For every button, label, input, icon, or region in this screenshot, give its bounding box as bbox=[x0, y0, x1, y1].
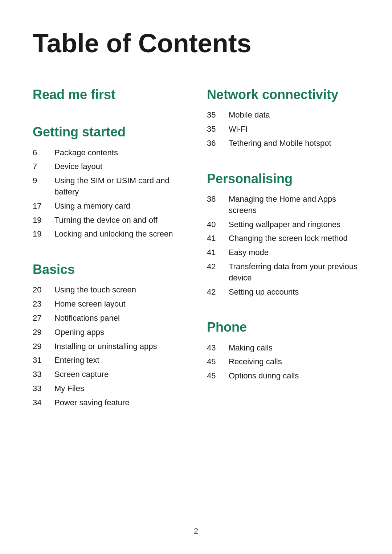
toc-item-text: Transferring data from your previous dev… bbox=[229, 261, 359, 284]
toc-page-number: 29 bbox=[33, 341, 54, 352]
toc-item-text: Notifications panel bbox=[54, 313, 185, 324]
toc-item-text: Options during calls bbox=[229, 370, 359, 382]
toc-item-text: Mobile data bbox=[229, 110, 359, 121]
section-personalising: Personalising 38 Managing the Home and A… bbox=[207, 171, 359, 298]
toc-item-text: Using the touch screen bbox=[54, 284, 185, 296]
list-item: 29 Installing or uninstalling apps bbox=[33, 341, 185, 352]
toc-page-number: 34 bbox=[33, 397, 54, 409]
list-item: 42 Setting up accounts bbox=[207, 287, 359, 298]
section-title-basics: Basics bbox=[33, 262, 185, 277]
section-phone: Phone 43 Making calls 45 Receiving calls… bbox=[207, 319, 359, 382]
toc-page-number: 31 bbox=[33, 355, 54, 366]
two-column-layout: Read me first Getting started 6 Package … bbox=[33, 87, 359, 430]
list-item: 36 Tethering and Mobile hotspot bbox=[207, 138, 359, 149]
section-title-phone: Phone bbox=[207, 319, 359, 335]
list-item: 45 Options during calls bbox=[207, 370, 359, 382]
toc-page-number: 29 bbox=[33, 327, 54, 338]
section-network-connectivity: Network connectivity 35 Mobile data 35 W… bbox=[207, 87, 359, 149]
toc-item-text: Managing the Home and Apps screens bbox=[229, 194, 359, 216]
list-item: 31 Entering text bbox=[33, 355, 185, 366]
phone-list: 43 Making calls 45 Receiving calls 45 Op… bbox=[207, 342, 359, 382]
list-item: 17 Using a memory card bbox=[33, 201, 185, 212]
toc-page-number: 45 bbox=[207, 356, 229, 368]
toc-page-number: 20 bbox=[33, 284, 54, 296]
toc-item-text: Device layout bbox=[54, 161, 185, 172]
section-title-read-me-first: Read me first bbox=[33, 87, 185, 102]
page-title: Table of Contents bbox=[33, 29, 359, 58]
toc-page-number: 41 bbox=[207, 233, 229, 244]
section-title-network-connectivity: Network connectivity bbox=[207, 87, 359, 102]
toc-item-text: Changing the screen lock method bbox=[229, 233, 359, 244]
list-item: 23 Home screen layout bbox=[33, 299, 185, 310]
page: Table of Contents Read me first Getting … bbox=[0, 0, 392, 554]
list-item: 20 Using the touch screen bbox=[33, 284, 185, 296]
list-item: 19 Locking and unlocking the screen bbox=[33, 229, 185, 240]
network-list: 35 Mobile data 35 Wi-Fi 36 Tethering and… bbox=[207, 110, 359, 149]
list-item: 6 Package contents bbox=[33, 147, 185, 159]
toc-page-number: 42 bbox=[207, 287, 229, 298]
toc-page-number: 42 bbox=[207, 261, 229, 272]
toc-item-text: Wi-Fi bbox=[229, 124, 359, 135]
list-item: 42 Transferring data from your previous … bbox=[207, 261, 359, 284]
toc-item-text: Using a memory card bbox=[54, 201, 185, 212]
list-item: 29 Opening apps bbox=[33, 327, 185, 338]
toc-page-number: 38 bbox=[207, 194, 229, 205]
getting-started-list: 6 Package contents 7 Device layout 9 Usi… bbox=[33, 147, 185, 240]
list-item: 33 My Files bbox=[33, 383, 185, 394]
list-item: 34 Power saving feature bbox=[33, 397, 185, 409]
toc-item-text: My Files bbox=[54, 383, 185, 394]
personalising-list: 38 Managing the Home and Apps screens 40… bbox=[207, 194, 359, 297]
toc-page-number: 19 bbox=[33, 229, 54, 240]
toc-page-number: 23 bbox=[33, 299, 54, 310]
list-item: 38 Managing the Home and Apps screens bbox=[207, 194, 359, 216]
toc-page-number: 36 bbox=[207, 138, 229, 149]
toc-item-text: Locking and unlocking the screen bbox=[54, 229, 185, 240]
toc-page-number: 17 bbox=[33, 201, 54, 212]
list-item: 40 Setting wallpaper and ringtones bbox=[207, 219, 359, 230]
list-item: 33 Screen capture bbox=[33, 369, 185, 380]
list-item: 27 Notifications panel bbox=[33, 313, 185, 324]
list-item: 7 Device layout bbox=[33, 161, 185, 172]
toc-page-number: 33 bbox=[33, 383, 54, 394]
toc-item-text: Screen capture bbox=[54, 369, 185, 380]
list-item: 45 Receiving calls bbox=[207, 356, 359, 368]
toc-item-text: Setting wallpaper and ringtones bbox=[229, 219, 359, 230]
toc-item-text: Turning the device on and off bbox=[54, 215, 185, 226]
toc-item-text: Package contents bbox=[54, 147, 185, 159]
toc-page-number: 33 bbox=[33, 369, 54, 380]
section-getting-started: Getting started 6 Package contents 7 Dev… bbox=[33, 124, 185, 240]
toc-item-text: Receiving calls bbox=[229, 356, 359, 368]
toc-page-number: 43 bbox=[207, 342, 229, 354]
list-item: 43 Making calls bbox=[207, 342, 359, 354]
list-item: 19 Turning the device on and off bbox=[33, 215, 185, 226]
toc-page-number: 35 bbox=[207, 124, 229, 135]
list-item: 41 Changing the screen lock method bbox=[207, 233, 359, 244]
basics-list: 20 Using the touch screen 23 Home screen… bbox=[33, 284, 185, 408]
toc-page-number: 9 bbox=[33, 175, 54, 186]
section-basics: Basics 20 Using the touch screen 23 Home… bbox=[33, 262, 185, 408]
section-title-getting-started: Getting started bbox=[33, 124, 185, 140]
toc-item-text: Making calls bbox=[229, 342, 359, 354]
toc-item-text: Using the SIM or USIM card and battery bbox=[54, 175, 185, 198]
section-title-personalising: Personalising bbox=[207, 171, 359, 186]
toc-page-number: 35 bbox=[207, 110, 229, 121]
toc-item-text: Home screen layout bbox=[54, 299, 185, 310]
list-item: 41 Easy mode bbox=[207, 247, 359, 258]
toc-item-text: Power saving feature bbox=[54, 397, 185, 409]
toc-page-number: 41 bbox=[207, 247, 229, 258]
toc-item-text: Entering text bbox=[54, 355, 185, 366]
list-item: 35 Wi-Fi bbox=[207, 124, 359, 135]
left-column: Read me first Getting started 6 Package … bbox=[33, 87, 185, 430]
list-item: 9 Using the SIM or USIM card and battery bbox=[33, 175, 185, 198]
section-read-me-first: Read me first bbox=[33, 87, 185, 102]
list-item: 35 Mobile data bbox=[207, 110, 359, 121]
toc-page-number: 45 bbox=[207, 370, 229, 382]
right-column: Network connectivity 35 Mobile data 35 W… bbox=[207, 87, 359, 430]
toc-page-number: 27 bbox=[33, 313, 54, 324]
toc-item-text: Tethering and Mobile hotspot bbox=[229, 138, 359, 149]
toc-page-number: 7 bbox=[33, 161, 54, 172]
toc-item-text: Easy mode bbox=[229, 247, 359, 258]
toc-item-text: Setting up accounts bbox=[229, 287, 359, 298]
page-number: 2 bbox=[194, 526, 198, 536]
toc-page-number: 19 bbox=[33, 215, 54, 226]
